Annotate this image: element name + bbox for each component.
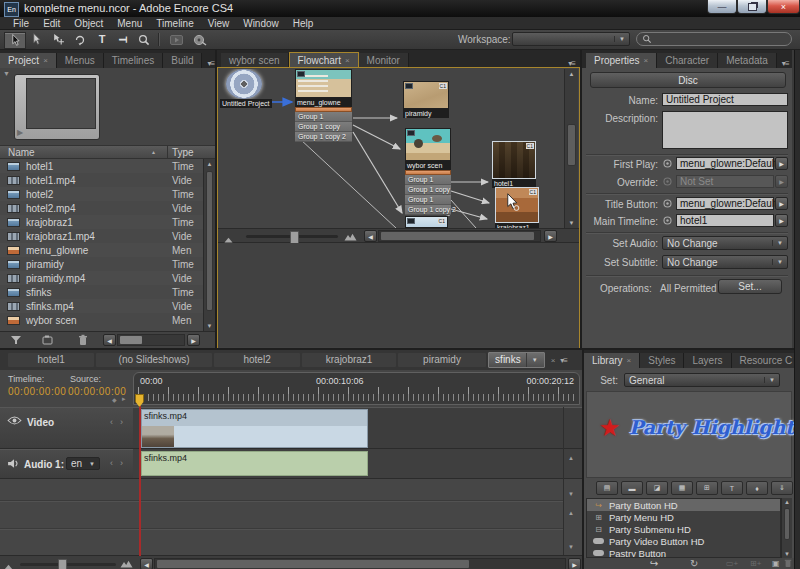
group-row[interactable]: Group 1 copy: [405, 185, 451, 195]
scroll-down-icon[interactable]: ▼: [565, 220, 578, 226]
hscroll-left-button[interactable]: ◀: [364, 230, 377, 242]
preview-tool[interactable]: [166, 32, 186, 47]
tab-layers[interactable]: Layers: [684, 353, 731, 368]
menu-menu[interactable]: Menu: [110, 17, 149, 30]
minimize-button[interactable]: —: [707, 0, 737, 14]
library-set-dropdown[interactable]: General ▼: [624, 373, 780, 387]
zoom-tool[interactable]: [134, 32, 154, 47]
type-column-header[interactable]: Type: [172, 147, 194, 158]
node-hotel1[interactable]: C1 hotel1: [492, 141, 536, 188]
filter-replacement-button[interactable]: ⇓: [771, 481, 793, 495]
marker-icon[interactable]: ◆: [112, 396, 117, 403]
direct-select-tool[interactable]: [26, 32, 46, 47]
tab-close-icon[interactable]: ×: [644, 53, 649, 68]
filter-images-button[interactable]: ◪: [646, 481, 668, 495]
prev-clip-icon[interactable]: ‹: [110, 417, 113, 427]
scroll-down-icon[interactable]: ▼: [568, 491, 574, 497]
group-row[interactable]: Group 1 copy 2: [405, 205, 451, 215]
asset-row[interactable]: hotel1.mp4Vide: [0, 173, 203, 187]
pickwhip-icon[interactable]: [662, 158, 673, 171]
title-button-flyout-button[interactable]: ▶: [775, 197, 788, 210]
project-column-header[interactable]: Name ▴ Type: [0, 145, 215, 159]
first-play-flyout-button[interactable]: ▶: [775, 157, 788, 170]
scroll-left-button[interactable]: ◀: [103, 334, 116, 346]
tab-styles[interactable]: Styles: [640, 353, 684, 368]
asset-row[interactable]: wybor scenMen: [0, 313, 203, 327]
flowchart-hscrollbar[interactable]: [378, 230, 541, 242]
tab-hotel1[interactable]: hotel1: [8, 353, 94, 367]
main-timeline-field[interactable]: hotel1: [676, 214, 774, 227]
hscroll-right-button[interactable]: ▶: [544, 230, 557, 242]
menu-file[interactable]: File: [6, 17, 36, 30]
name-column-header[interactable]: Name: [8, 147, 35, 158]
scroll-up-icon[interactable]: ▲: [568, 510, 574, 516]
library-item[interactable]: Party Video Button HD: [587, 535, 780, 547]
asset-row[interactable]: krajobraz1.mp4Vide: [0, 229, 203, 243]
workspace-dropdown[interactable]: ▼: [512, 32, 630, 46]
first-play-field[interactable]: menu_glowne:Default: [676, 157, 774, 170]
project-hscrollbar[interactable]: [117, 334, 185, 346]
tab-piramidy[interactable]: piramidy: [398, 353, 486, 367]
scroll-up-icon[interactable]: ▲: [565, 71, 578, 77]
library-scrollbar[interactable]: ▲ ▼: [781, 498, 792, 558]
library-item[interactable]: ⊞Party Menu HD: [587, 511, 780, 523]
tab-build[interactable]: Build: [163, 53, 202, 68]
video-clip[interactable]: sfinks.mp4: [141, 409, 368, 448]
filter-buttons-button[interactable]: ▬: [621, 481, 643, 495]
tab-dropdown-icon[interactable]: ▼: [526, 353, 538, 367]
set-subtitle-dropdown[interactable]: No Change▼: [662, 255, 788, 269]
scroll-up-icon[interactable]: ▲: [568, 455, 574, 461]
library-item[interactable]: ↪Party Button HD: [587, 499, 780, 511]
group-row[interactable]: Group 1 copy: [295, 122, 352, 132]
node-wybor-scen[interactable]: wybor scen Group 1 Group 1 copy Group 1 …: [405, 128, 451, 215]
asset-row[interactable]: krajobraz1Time: [0, 215, 203, 229]
scroll-down-icon[interactable]: ▼: [568, 544, 574, 550]
disc-name-field[interactable]: Untitled Project: [662, 93, 788, 106]
scroll-up-icon[interactable]: ▲: [204, 161, 215, 167]
new-bin-icon[interactable]: [42, 335, 54, 347]
scrollbar-thumb[interactable]: [784, 508, 790, 540]
menu-help[interactable]: Help: [286, 17, 321, 30]
scrollbar-thumb[interactable]: [157, 560, 469, 568]
playhead-marker[interactable]: [135, 394, 144, 407]
zoom-in-icon[interactable]: [344, 232, 357, 243]
tab-krajobraz1[interactable]: krajobraz1: [302, 353, 396, 367]
move-tool[interactable]: [48, 32, 68, 47]
node-piramidy[interactable]: C1 piramidy: [403, 81, 449, 118]
asset-row[interactable]: piramidy.mp4Vide: [0, 271, 203, 285]
scrollbar-thumb[interactable]: [567, 124, 576, 166]
tab-metadata[interactable]: Metadata: [718, 53, 777, 68]
asset-row[interactable]: menu_glowneMen: [0, 243, 203, 257]
tab-timelines[interactable]: Timelines: [104, 53, 163, 68]
scrollbar-thumb[interactable]: [206, 171, 213, 311]
tab-close-icon[interactable]: ×: [627, 353, 632, 368]
source-timecode[interactable]: 00:00:00:00: [68, 386, 126, 397]
preview-play-icon[interactable]: ▶: [17, 128, 23, 137]
zoom-slider-track[interactable]: [246, 235, 338, 238]
tab-wybor-scen[interactable]: wybor scen: [221, 53, 289, 68]
tab-close-icon[interactable]: ×: [345, 53, 350, 68]
asset-row[interactable]: sfinksTime: [0, 285, 203, 299]
scroll-down-icon[interactable]: ▼: [204, 323, 215, 329]
set-audio-dropdown[interactable]: No Change▼: [662, 236, 788, 250]
restore-button[interactable]: [737, 0, 767, 14]
filter-layersets-button[interactable]: ⊞: [696, 481, 718, 495]
tab-hotel2[interactable]: hotel2: [214, 353, 300, 367]
hscroll-right-button[interactable]: ▶: [568, 558, 581, 569]
marker-icon[interactable]: ▸: [122, 395, 126, 403]
timeline-timecode[interactable]: 00:00:00:00: [8, 386, 66, 397]
speaker-icon[interactable]: [7, 458, 20, 471]
group-row[interactable]: Group 1: [405, 175, 451, 185]
scrollbar-thumb[interactable]: [120, 336, 142, 344]
scrollbar-thumb[interactable]: [381, 232, 534, 240]
node-disc-label[interactable]: Untitled Project: [220, 99, 272, 108]
audio-clip[interactable]: sfinks.mp4: [141, 451, 368, 476]
tab-menus[interactable]: Menus: [57, 53, 104, 68]
tab-resource-central[interactable]: Resource C: [732, 353, 800, 368]
replace-icon[interactable]: ↻: [690, 558, 698, 569]
pickwhip-icon[interactable]: [662, 215, 673, 228]
close-button[interactable]: ×: [767, 0, 800, 14]
flowchart-unplaced-area[interactable]: [218, 243, 579, 347]
asset-row[interactable]: hotel1Time: [0, 159, 203, 173]
tab-character[interactable]: Character: [657, 53, 718, 68]
